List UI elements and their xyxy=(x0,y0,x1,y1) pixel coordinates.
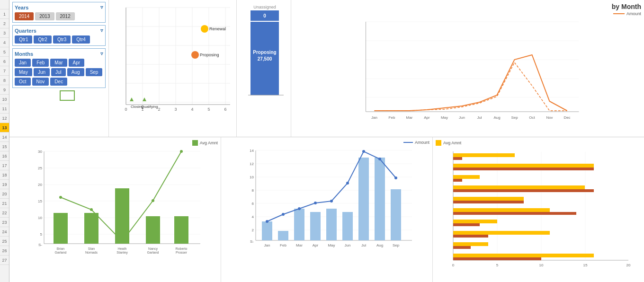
svg-text:Aug: Aug xyxy=(376,243,383,247)
svg-text:Brian: Brian xyxy=(57,247,64,250)
month-nov[interactable]: Nov xyxy=(32,78,49,86)
svg-point-76 xyxy=(152,199,154,202)
bar-yellow-svg: 0 5 10 15 20 xyxy=(436,147,641,270)
bar-blue-svg: 14 12 10 8 6 4 2 S- xyxy=(224,146,429,259)
bar-green-chart: Avg Amnt 30 25 20 15 10 5 xyxy=(9,137,221,282)
svg-text:Garland: Garland xyxy=(147,251,159,254)
svg-rect-72 xyxy=(174,216,188,244)
qtr3[interactable]: Qtr3 xyxy=(53,35,71,44)
month-mar[interactable]: Mar xyxy=(50,59,67,67)
svg-text:Proposing: Proposing xyxy=(200,53,219,57)
svg-rect-69 xyxy=(84,213,98,244)
svg-rect-68 xyxy=(54,213,68,244)
svg-text:Stan: Stan xyxy=(88,247,95,250)
svg-text:Feb: Feb xyxy=(389,115,395,120)
months-filter-icon[interactable]: ▿ xyxy=(100,51,103,57)
svg-rect-152 xyxy=(453,208,550,212)
svg-text:6: 6 xyxy=(224,107,226,112)
month-aug[interactable]: Aug xyxy=(67,68,84,76)
svg-text:Proposing: Proposing xyxy=(253,50,276,55)
svg-rect-110 xyxy=(342,212,353,240)
bar-blue-chart: Amount 14 12 10 8 6 4 xyxy=(221,137,433,282)
month-oct[interactable]: Oct xyxy=(15,78,31,86)
line-month-legend: Amount xyxy=(626,11,641,16)
svg-text:May: May xyxy=(441,115,448,120)
stacked-bar-svg: Unassigned 0 Proposing 27,500 xyxy=(239,2,291,132)
svg-text:Stanley: Stanley xyxy=(116,251,128,255)
year-2013[interactable]: 2013 xyxy=(35,12,54,20)
bar-yellow-legend: Avg Amnt xyxy=(443,141,461,145)
years-filter: Years ▿ 2014 2013 2012 xyxy=(12,2,106,23)
svg-text:Mar: Mar xyxy=(296,243,303,247)
svg-text:Jun: Jun xyxy=(459,115,465,120)
svg-text:6: 6 xyxy=(252,202,254,206)
svg-text:Jan: Jan xyxy=(264,243,270,247)
svg-text:10: 10 xyxy=(539,263,544,267)
month-sep[interactable]: Sep xyxy=(86,68,103,76)
svg-text:20: 20 xyxy=(38,183,42,187)
year-2014[interactable]: 2014 xyxy=(15,12,34,20)
svg-point-122 xyxy=(394,176,397,179)
months-buttons: Jan Feb Mar Apr May Jun Jul Aug Sep Oct … xyxy=(15,59,103,86)
svg-text:14: 14 xyxy=(250,149,254,153)
month-jan[interactable]: Jan xyxy=(15,59,31,67)
svg-text:Sep: Sep xyxy=(511,115,518,120)
svg-rect-109 xyxy=(326,209,337,240)
svg-rect-145 xyxy=(453,167,594,170)
svg-text:Jul: Jul xyxy=(477,115,482,120)
month-jun[interactable]: Jun xyxy=(34,68,50,76)
svg-text:Apr: Apr xyxy=(313,243,319,247)
year-2012[interactable]: 2012 xyxy=(56,12,75,20)
bar-green-svg: 30 25 20 15 10 5 S- xyxy=(12,147,218,260)
row-numbers: 1 2 3 4 5 6 7 8 9 10 11 12 13 14 15 16 1… xyxy=(0,0,9,282)
svg-text:Jan: Jan xyxy=(371,115,377,120)
svg-rect-158 xyxy=(453,242,488,246)
svg-text:4: 4 xyxy=(252,215,254,219)
svg-text:Roberto: Roberto xyxy=(176,247,188,250)
svg-text:Renewal: Renewal xyxy=(209,26,226,31)
month-dec[interactable]: Dec xyxy=(50,78,67,86)
scatter-closing xyxy=(130,97,134,101)
years-buttons: 2014 2013 2012 xyxy=(15,12,103,20)
years-label: Years xyxy=(15,5,28,10)
svg-point-115 xyxy=(282,213,285,216)
svg-text:Garland: Garland xyxy=(55,251,67,254)
svg-text:0: 0 xyxy=(452,263,455,267)
month-may[interactable]: May xyxy=(15,68,32,76)
svg-text:Heath: Heath xyxy=(118,247,127,250)
quarters-filter-icon[interactable]: ▿ xyxy=(100,27,103,34)
svg-text:Oct: Oct xyxy=(529,115,535,120)
svg-text:Qualifying: Qualifying xyxy=(141,105,158,109)
years-filter-icon[interactable]: ▿ xyxy=(100,4,103,10)
svg-point-114 xyxy=(266,220,268,223)
svg-rect-146 xyxy=(453,175,480,179)
svg-text:Jul: Jul xyxy=(361,243,366,247)
month-jul[interactable]: Jul xyxy=(51,68,66,76)
svg-rect-71 xyxy=(146,216,160,244)
by-month-title: by Month xyxy=(612,3,641,10)
svg-text:27,500: 27,500 xyxy=(258,56,272,62)
qtr1[interactable]: Qtr1 xyxy=(15,35,32,44)
bar-yellow-chart: Avg Amnt 0 5 10 15 20 xyxy=(433,137,644,282)
svg-rect-111 xyxy=(358,158,369,240)
scatter-renewal xyxy=(201,25,208,33)
svg-rect-105 xyxy=(262,221,272,240)
svg-text:10: 10 xyxy=(38,216,42,220)
svg-text:Jun: Jun xyxy=(345,243,351,247)
quarters-label: Quarters xyxy=(15,28,36,34)
svg-text:5: 5 xyxy=(40,232,43,237)
qtr2[interactable]: Qtr2 xyxy=(34,35,51,44)
svg-point-121 xyxy=(378,158,381,160)
quarters-buttons: Qtr1 Qtr2 Qtr3 Qtr4 xyxy=(15,35,103,44)
svg-text:5: 5 xyxy=(207,107,210,112)
svg-text:0: 0 xyxy=(263,13,266,18)
svg-text:Prosser: Prosser xyxy=(176,251,188,254)
svg-rect-143 xyxy=(453,157,462,160)
month-feb[interactable]: Feb xyxy=(32,59,49,67)
month-apr[interactable]: Apr xyxy=(69,59,85,67)
qtr4[interactable]: Qtr4 xyxy=(72,35,89,44)
svg-text:Apr: Apr xyxy=(424,115,430,120)
svg-text:25: 25 xyxy=(38,166,42,170)
stacked-bar-chart: Unassigned 0 Proposing 27,500 xyxy=(237,0,291,137)
svg-point-116 xyxy=(298,207,301,210)
